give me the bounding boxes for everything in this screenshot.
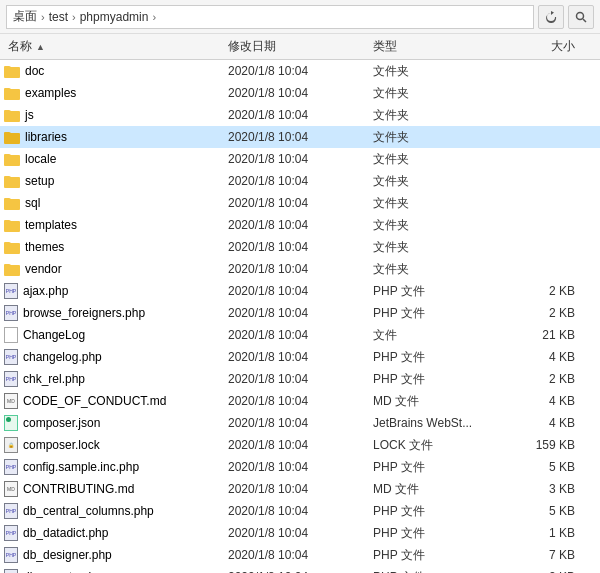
- table-row[interactable]: libraries 2020/1/8 10:04 文件夹: [0, 126, 600, 148]
- table-row[interactable]: PHP db_datadict.php 2020/1/8 10:04 PHP 文…: [0, 522, 600, 544]
- table-row[interactable]: js 2020/1/8 10:04 文件夹: [0, 104, 600, 126]
- md-file-icon: MD: [4, 481, 18, 497]
- file-date: 2020/1/8 10:04: [224, 482, 369, 496]
- table-row[interactable]: PHP changelog.php 2020/1/8 10:04 PHP 文件 …: [0, 346, 600, 368]
- table-row[interactable]: composer.json 2020/1/8 10:04 JetBrains W…: [0, 412, 600, 434]
- file-type: PHP 文件: [369, 349, 499, 366]
- php-file-icon: PHP: [4, 349, 18, 365]
- table-row[interactable]: PHP config.sample.inc.php 2020/1/8 10:04…: [0, 456, 600, 478]
- search-button[interactable]: [568, 5, 594, 29]
- breadcrumb-desktop[interactable]: 桌面: [13, 8, 37, 25]
- file-date: 2020/1/8 10:04: [224, 64, 369, 78]
- file-date: 2020/1/8 10:04: [224, 328, 369, 342]
- table-row[interactable]: vendor 2020/1/8 10:04 文件夹: [0, 258, 600, 280]
- svg-line-1: [583, 19, 586, 22]
- file-type: PHP 文件: [369, 371, 499, 388]
- table-row[interactable]: doc 2020/1/8 10:04 文件夹: [0, 60, 600, 82]
- php-file-icon: PHP: [4, 547, 18, 563]
- file-date: 2020/1/8 10:04: [224, 108, 369, 122]
- sep-3: ›: [152, 11, 156, 23]
- col-header-date[interactable]: 修改日期: [224, 38, 369, 55]
- table-row[interactable]: locale 2020/1/8 10:04 文件夹: [0, 148, 600, 170]
- file-type: 文件夹: [369, 151, 499, 168]
- file-list[interactable]: doc 2020/1/8 10:04 文件夹 examples 2020/1/8…: [0, 60, 600, 573]
- file-name-text: ajax.php: [23, 284, 68, 298]
- refresh-button[interactable]: [538, 5, 564, 29]
- file-name-text: changelog.php: [23, 350, 102, 364]
- file-type: 文件夹: [369, 63, 499, 80]
- file-name: doc: [4, 64, 224, 78]
- file-name: sql: [4, 196, 224, 210]
- col-header-type[interactable]: 类型: [369, 38, 499, 55]
- breadcrumb[interactable]: 桌面 › test › phpmyadmin ›: [6, 5, 534, 29]
- generic-file-icon: [4, 327, 18, 343]
- folder-icon: [4, 196, 20, 210]
- svg-point-0: [577, 12, 584, 19]
- sep-2: ›: [72, 11, 76, 23]
- file-type: PHP 文件: [369, 547, 499, 564]
- table-row[interactable]: PHP db_designer.php 2020/1/8 10:04 PHP 文…: [0, 544, 600, 566]
- php-file-icon: PHP: [4, 305, 18, 321]
- file-name: templates: [4, 218, 224, 232]
- file-date: 2020/1/8 10:04: [224, 130, 369, 144]
- file-type: 文件夹: [369, 85, 499, 102]
- file-date: 2020/1/8 10:04: [224, 372, 369, 386]
- file-name-text: setup: [25, 174, 54, 188]
- file-date: 2020/1/8 10:04: [224, 152, 369, 166]
- file-date: 2020/1/8 10:04: [224, 240, 369, 254]
- file-type: 文件夹: [369, 261, 499, 278]
- table-row[interactable]: examples 2020/1/8 10:04 文件夹: [0, 82, 600, 104]
- file-date: 2020/1/8 10:04: [224, 196, 369, 210]
- file-date: 2020/1/8 10:04: [224, 394, 369, 408]
- file-type: 文件夹: [369, 217, 499, 234]
- file-type: JetBrains WebSt...: [369, 416, 499, 430]
- file-type: PHP 文件: [369, 503, 499, 520]
- table-row[interactable]: PHP chk_rel.php 2020/1/8 10:04 PHP 文件 2 …: [0, 368, 600, 390]
- table-row[interactable]: PHP browse_foreigners.php 2020/1/8 10:04…: [0, 302, 600, 324]
- file-name-text: templates: [25, 218, 77, 232]
- file-date: 2020/1/8 10:04: [224, 218, 369, 232]
- table-row[interactable]: PHP ajax.php 2020/1/8 10:04 PHP 文件 2 KB: [0, 280, 600, 302]
- file-date: 2020/1/8 10:04: [224, 174, 369, 188]
- table-row[interactable]: ChangeLog 2020/1/8 10:04 文件 21 KB: [0, 324, 600, 346]
- table-row[interactable]: themes 2020/1/8 10:04 文件夹: [0, 236, 600, 258]
- file-type: PHP 文件: [369, 459, 499, 476]
- table-row[interactable]: MD CONTRIBUTING.md 2020/1/8 10:04 MD 文件 …: [0, 478, 600, 500]
- file-name: PHP changelog.php: [4, 349, 224, 365]
- file-date: 2020/1/8 10:04: [224, 350, 369, 364]
- php-file-icon: PHP: [4, 283, 18, 299]
- file-name-text: config.sample.inc.php: [23, 460, 139, 474]
- table-row[interactable]: sql 2020/1/8 10:04 文件夹: [0, 192, 600, 214]
- file-name-text: browse_foreigners.php: [23, 306, 145, 320]
- breadcrumb-test[interactable]: test: [49, 10, 68, 24]
- file-type: 文件夹: [369, 195, 499, 212]
- table-row[interactable]: PHP db_events.php 2020/1/8 10:04 PHP 文件 …: [0, 566, 600, 573]
- file-name-text: CONTRIBUTING.md: [23, 482, 134, 496]
- file-date: 2020/1/8 10:04: [224, 526, 369, 540]
- file-name-text: db_central_columns.php: [23, 504, 154, 518]
- file-name-text: themes: [25, 240, 64, 254]
- json-file-icon: [4, 415, 18, 431]
- lock-file-icon: 🔒: [4, 437, 18, 453]
- file-name-text: chk_rel.php: [23, 372, 85, 386]
- file-name: 🔒 composer.lock: [4, 437, 224, 453]
- file-name: PHP config.sample.inc.php: [4, 459, 224, 475]
- table-row[interactable]: PHP db_central_columns.php 2020/1/8 10:0…: [0, 500, 600, 522]
- file-type: PHP 文件: [369, 305, 499, 322]
- file-name: MD CONTRIBUTING.md: [4, 481, 224, 497]
- col-header-size[interactable]: 大小: [499, 38, 579, 55]
- file-name: vendor: [4, 262, 224, 276]
- table-row[interactable]: 🔒 composer.lock 2020/1/8 10:04 LOCK 文件 1…: [0, 434, 600, 456]
- breadcrumb-phpmyadmin[interactable]: phpmyadmin: [80, 10, 149, 24]
- col-header-name[interactable]: 名称 ▲: [4, 38, 224, 55]
- folder-icon: [4, 64, 20, 78]
- file-name: PHP browse_foreigners.php: [4, 305, 224, 321]
- table-row[interactable]: MD CODE_OF_CONDUCT.md 2020/1/8 10:04 MD …: [0, 390, 600, 412]
- table-row[interactable]: templates 2020/1/8 10:04 文件夹: [0, 214, 600, 236]
- column-headers: 名称 ▲ 修改日期 类型 大小: [0, 34, 600, 60]
- table-row[interactable]: setup 2020/1/8 10:04 文件夹: [0, 170, 600, 192]
- file-size: 4 KB: [499, 416, 579, 430]
- file-date: 2020/1/8 10:04: [224, 460, 369, 474]
- file-name: libraries: [4, 130, 224, 144]
- file-name-text: locale: [25, 152, 56, 166]
